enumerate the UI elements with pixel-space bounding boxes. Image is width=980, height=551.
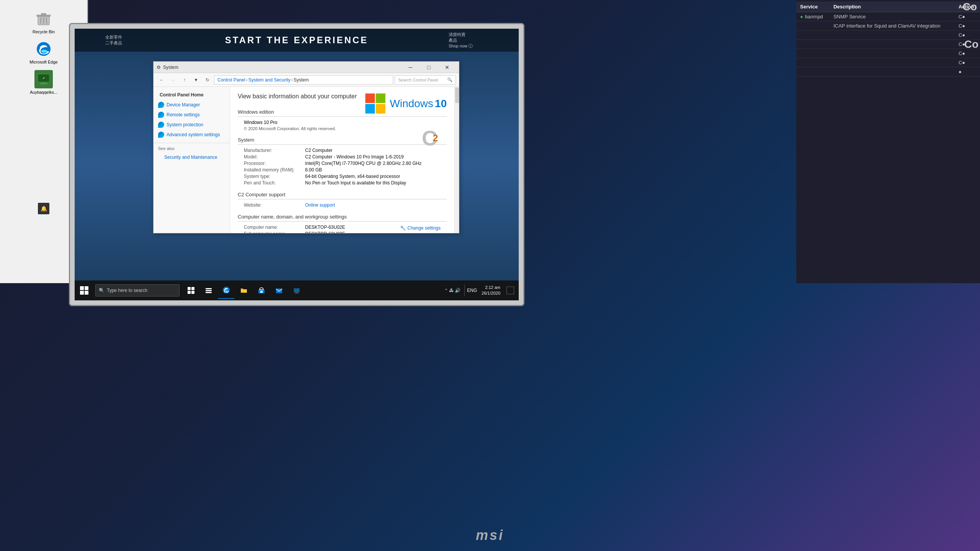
- svg-rect-35: [294, 289, 299, 292]
- notification-icon[interactable]: 🔔: [38, 203, 49, 214]
- computer-name-header: Computer name, domain, and workgroup set…: [238, 214, 447, 222]
- website-link[interactable]: Online support: [305, 202, 335, 208]
- processor-value: Intel(R) Core(TM) i7-7700HQ CPU @ 2.80GH…: [305, 161, 421, 166]
- breadcrumb-part1[interactable]: Control Panel: [217, 77, 245, 83]
- change-settings-label: Change settings: [407, 225, 441, 231]
- breadcrumb-part3: System: [294, 77, 309, 83]
- maximize-button[interactable]: □: [420, 62, 438, 73]
- svg-rect-37: [294, 293, 299, 293]
- volume-icon[interactable]: 🔊: [455, 288, 461, 293]
- show-desktop-button[interactable]: [506, 287, 514, 294]
- svg-rect-32: [260, 291, 263, 293]
- see-also-section: See also Security and Maintenance: [154, 143, 230, 165]
- system-rows: Manufacturer: C2 Computer Model: C2 Comp…: [238, 148, 447, 186]
- task-view-button[interactable]: [183, 282, 199, 299]
- processor-label: Processor:: [244, 161, 305, 166]
- service-col-header: Service: [796, 2, 830, 12]
- table-row: C●: [796, 49, 980, 58]
- shop-text: 清貨特賣產品Shop now ⓘ: [449, 32, 473, 49]
- window-controls: ─ □ ✕: [402, 62, 456, 73]
- ram-row: Installed memory (RAM): 8.00 GB: [244, 167, 447, 173]
- language-indicator[interactable]: ENG: [467, 288, 477, 293]
- change-settings-icon: 🔧: [400, 225, 406, 231]
- action-cell[interactable]: C●: [955, 58, 980, 67]
- table-row: C●: [796, 58, 980, 67]
- clock[interactable]: 2:12 am 26/1/2020: [479, 285, 503, 297]
- timeline-button[interactable]: [200, 282, 217, 299]
- minimize-button[interactable]: ─: [402, 62, 419, 73]
- computer-name-rows: Computer name: DESKTOP-63U02E Full compu…: [238, 225, 447, 233]
- remote-settings-label: Remote settings: [167, 112, 200, 117]
- second-co: Co: [964, 38, 978, 51]
- store-button[interactable]: [253, 282, 270, 299]
- address-path[interactable]: Control Panel › System and Security › Sy…: [214, 75, 393, 85]
- description-col-header: Description: [830, 2, 955, 12]
- ram-label: Installed memory (RAM):: [244, 167, 305, 173]
- edge-label: Microsoft Edge: [29, 60, 57, 64]
- action-cell[interactable]: C●: [955, 21, 980, 31]
- control-panel-home[interactable]: Control Panel Home: [154, 90, 230, 100]
- recent-button[interactable]: ▼: [191, 75, 201, 85]
- action-cell[interactable]: ●: [955, 67, 980, 77]
- sidebar-item-device-manager[interactable]: Device Manager: [154, 100, 230, 110]
- system-section: System Manufacturer: C2 Computer Model: …: [238, 137, 447, 186]
- svg-rect-28: [206, 292, 212, 293]
- action-cell[interactable]: C●: [955, 12, 980, 21]
- start-button[interactable]: [75, 280, 94, 300]
- recycle-bin-icon[interactable]: Recycle Bin: [28, 10, 59, 34]
- pen-touch-label: Pen and Touch:: [244, 180, 305, 186]
- advanced-settings-icon: [158, 132, 164, 138]
- change-settings-button[interactable]: 🔧 Change settings: [398, 225, 443, 231]
- full-computer-name-value: DESKTOP-63U02E: [305, 231, 345, 233]
- sidebar-item-advanced-settings[interactable]: Advanced system settings: [154, 130, 230, 140]
- system-protection-label: System protection: [167, 122, 203, 127]
- taskbar-search[interactable]: 🔍 Type here to search: [95, 284, 180, 297]
- start-icon: [80, 286, 89, 295]
- scrollbar[interactable]: [454, 87, 459, 233]
- windows-flag-svg: [365, 93, 386, 114]
- svg-rect-15: [376, 104, 385, 114]
- chevron-up-icon[interactable]: ⌃: [444, 288, 448, 293]
- search-bar[interactable]: Search Control Panel 🔍: [395, 75, 456, 85]
- device-icon[interactable]: ✓ Auybaqqelks...: [28, 70, 59, 95]
- scrollbar-thumb[interactable]: [455, 88, 459, 103]
- sidebar-item-remote-settings[interactable]: Remote settings: [154, 110, 230, 120]
- clock-date: 26/1/2020: [482, 290, 500, 296]
- edge-icon[interactable]: Microsoft Edge: [28, 40, 59, 64]
- sidebar-item-system-protection[interactable]: System protection: [154, 120, 230, 130]
- svg-line-3: [41, 18, 41, 24]
- table-row: C●: [796, 31, 980, 40]
- file-explorer-button[interactable]: [235, 282, 252, 299]
- edition-value: Windows 10 Pro: [244, 120, 447, 125]
- svg-rect-30: [241, 289, 247, 293]
- svg-line-5: [46, 18, 47, 24]
- table-row: ICAP interface for Squid and ClamAV inte…: [796, 21, 980, 31]
- remote-button[interactable]: [288, 282, 305, 299]
- edge-taskbar-button[interactable]: [218, 282, 235, 299]
- full-computer-name-label: Full computer name:: [244, 231, 305, 233]
- svg-text:✓: ✓: [42, 77, 45, 80]
- banner-left-text: 全新零件二手產品: [105, 34, 122, 46]
- manufacturer-value: C2 Computer: [305, 148, 332, 153]
- refresh-button[interactable]: ↻: [203, 75, 212, 85]
- window-title-icon: ⚙: [157, 65, 161, 70]
- table-row: C●: [796, 40, 980, 49]
- security-maintenance-link[interactable]: Security and Maintenance: [158, 152, 225, 162]
- back-button[interactable]: ←: [157, 75, 167, 85]
- system-tray-icons: ⌃ 🖧 🔊: [443, 288, 462, 293]
- taskbar-system: ⌃ 🖧 🔊 ENG 2:12 am 26/1/2020: [443, 280, 519, 300]
- svg-rect-20: [80, 291, 84, 295]
- forward-button[interactable]: →: [168, 75, 178, 85]
- close-button[interactable]: ✕: [438, 62, 456, 73]
- svg-rect-18: [80, 286, 84, 290]
- breadcrumb-part2[interactable]: System and Security: [248, 77, 291, 83]
- msi-logo: msi: [476, 527, 504, 543]
- pen-touch-value: No Pen or Touch Input is available for t…: [305, 180, 406, 186]
- svg-rect-14: [366, 104, 375, 114]
- mail-button[interactable]: [271, 282, 287, 299]
- processor-row: Processor: Intel(R) Core(TM) i7-7700HQ C…: [244, 161, 447, 166]
- window-body: Control Panel Home Device Manager Remote…: [154, 87, 459, 233]
- device-manager-icon: [158, 102, 164, 108]
- up-button[interactable]: ↑: [180, 75, 189, 85]
- pen-touch-row: Pen and Touch: No Pen or Touch Input is …: [244, 180, 447, 186]
